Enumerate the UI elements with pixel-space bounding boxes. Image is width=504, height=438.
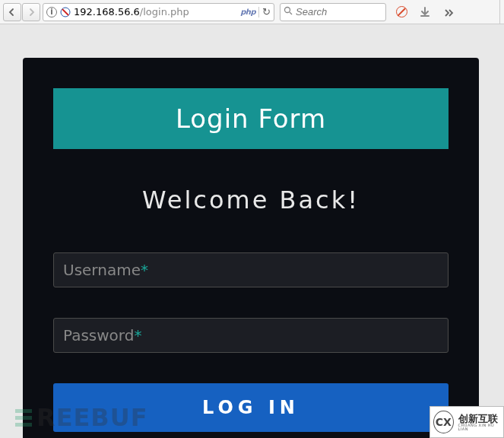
divider [258, 7, 259, 17]
password-field[interactable]: Password * [53, 318, 449, 353]
reload-icon[interactable]: ↻ [262, 6, 271, 17]
cx-logo-icon: CX [433, 411, 454, 433]
login-header: Login Form [53, 88, 449, 149]
browser-toolbar: i 192.168.56.6/login.php php ↻ [0, 0, 504, 24]
watermark-cn: 创新互联 [458, 414, 500, 424]
overflow-menu-icon[interactable] [440, 4, 457, 21]
page-viewport: Login Form Welcome Back! Username * Pass… [0, 24, 504, 438]
required-mark: * [141, 261, 148, 279]
site-info-icon[interactable]: i [46, 7, 57, 17]
username-label: Username [63, 261, 141, 279]
back-button[interactable] [3, 3, 21, 21]
hamburger-menu-icon[interactable] [499, 0, 504, 24]
required-mark: * [134, 326, 141, 344]
arrow-left-icon [8, 8, 17, 17]
watermark-text: REEBUF [36, 403, 148, 432]
svg-point-1 [285, 8, 290, 13]
php-badge-icon: php [240, 8, 255, 16]
freebuf-logo-icon [15, 409, 32, 427]
arrow-right-icon [27, 8, 36, 17]
welcome-heading: Welcome Back! [53, 186, 449, 214]
downloads-icon[interactable] [417, 4, 433, 21]
url-bar[interactable]: i 192.168.56.6/login.php php ↻ [43, 3, 274, 21]
login-card: Login Form Welcome Back! Username * Pass… [23, 58, 479, 438]
watermark-freebuf: REEBUF [15, 403, 148, 432]
adblock-icon[interactable] [393, 4, 410, 21]
watermark-cx: CX 创新互联 CHUANG XIN HU LIAN [430, 406, 504, 438]
password-label: Password [63, 326, 134, 344]
forward-button[interactable] [22, 3, 40, 21]
noscript-icon[interactable] [60, 7, 71, 17]
watermark-py: CHUANG XIN HU LIAN [458, 424, 500, 431]
username-field[interactable]: Username * [53, 252, 449, 287]
search-icon [284, 6, 293, 17]
search-bar[interactable] [280, 3, 386, 21]
url-text: 192.168.56.6/login.php [74, 6, 237, 17]
